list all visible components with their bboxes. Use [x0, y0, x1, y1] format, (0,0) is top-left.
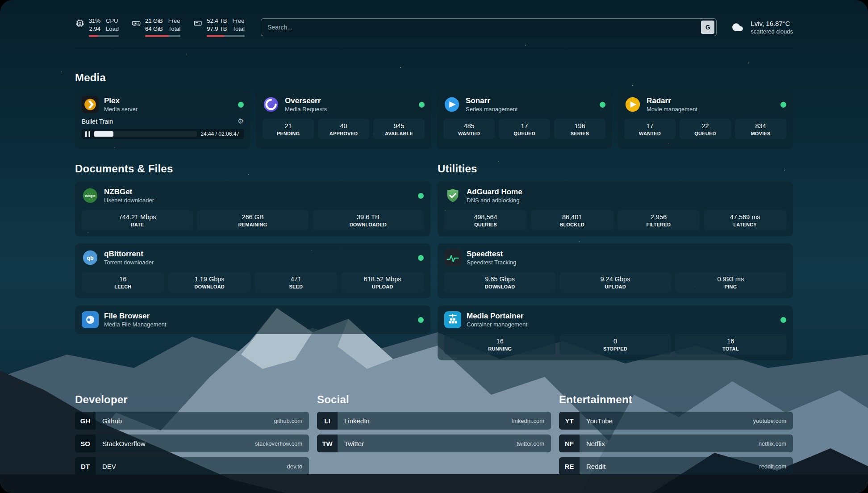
stat-tile: 16 LEECH [82, 272, 164, 292]
section-title-media: Media [75, 71, 793, 84]
radarr-icon [624, 96, 641, 113]
bookmark-abbr: TW [317, 435, 338, 452]
filebrowser-card[interactable]: File Browser Media File Management [75, 305, 430, 334]
bookmark-abbr: GH [75, 412, 96, 430]
bookmark-netflix[interactable]: NF Netflix netflix.com [559, 435, 793, 452]
cpu-usage-value: 31% [89, 17, 100, 25]
bookmark-twitter[interactable]: TW Twitter twitter.com [317, 435, 551, 452]
section-title-social: Social [317, 393, 551, 406]
bookmark-domain: stackoverflow.com [255, 440, 302, 447]
stat-tile: 0 STOPPED [559, 334, 671, 355]
stat-tile: 196 SERIES [554, 119, 605, 139]
dashboard-frame: 31% 2.94 CPU Load [0, 0, 868, 493]
memory-free-value: 21 GiB [145, 17, 163, 25]
status-indicator [418, 317, 424, 323]
portainer-icon [444, 311, 461, 328]
section-title-entertainment: Entertainment [559, 393, 793, 406]
status-indicator [238, 102, 244, 108]
app-name: Overseerr [285, 96, 327, 105]
playback-bar[interactable]: 24:44 / 02:06:47 [82, 129, 244, 139]
app-name: NZBGet [104, 188, 154, 196]
bookmark-dev[interactable]: DT DEV dev.to [75, 457, 309, 475]
stat-tile: 17 QUEUED [499, 119, 550, 139]
status-indicator [780, 317, 786, 323]
bookmark-name: DEV [102, 463, 116, 470]
search-engine-button[interactable]: G [701, 21, 714, 34]
stat-tile: 17 WANTED [624, 119, 676, 139]
status-indicator [780, 102, 786, 108]
stat-tile: 485 WANTED [443, 119, 495, 139]
memory-icon [131, 18, 141, 28]
status-indicator [418, 255, 424, 261]
sonarr-card[interactable]: Sonarr Series management 485 WANTED 17 Q… [437, 90, 612, 149]
overseerr-card[interactable]: Overseerr Media Requests 21 PENDING 40 A… [256, 90, 431, 149]
radarr-card[interactable]: Radarr Movie management 17 WANTED 22 QUE… [618, 90, 793, 149]
bookmark-abbr: RE [559, 457, 580, 475]
search-input[interactable] [261, 18, 717, 36]
bookmark-stackoverflow[interactable]: SO StackOverflow stackoverflow.com [75, 435, 309, 452]
memory-total-label: Total [168, 25, 180, 33]
nzbget-card[interactable]: nzbget NZBGet Usenet downloader 744.21 M… [75, 181, 430, 236]
bookmark-name: Github [102, 417, 122, 425]
stat-tile: 40 APPROVED [318, 119, 369, 139]
bookmark-abbr: LI [317, 412, 338, 430]
disk-progress-fill [207, 35, 225, 37]
bookmark-youtube[interactable]: YT YouTube youtube.com [559, 412, 793, 430]
app-subtitle: Container management [467, 321, 527, 328]
bookmark-domain: linkedin.com [512, 418, 544, 424]
pause-icon[interactable] [85, 131, 90, 137]
disk-total-value: 97.9 TB [207, 25, 227, 33]
playback-progress-track[interactable] [94, 131, 197, 137]
bookmark-group-social: Social LI LinkedIn linkedin.com TW Twitt… [317, 393, 551, 452]
topbar: 31% 2.94 CPU Load [75, 17, 793, 37]
disk-free-label: Free [232, 17, 244, 25]
cpu-load-value: 2.94 [89, 25, 100, 33]
bookmark-abbr: SO [75, 435, 96, 452]
app-subtitle: Movie management [647, 106, 697, 113]
cpu-load-label: Load [106, 25, 119, 33]
documents-section: Documents & Files nzbget NZBGet Usenet d… [75, 163, 430, 360]
app-subtitle: Media server [104, 106, 138, 113]
bookmark-abbr: DT [75, 457, 96, 475]
bookmark-linkedin[interactable]: LI LinkedIn linkedin.com [317, 412, 551, 430]
nzbget-icon: nzbget [82, 187, 99, 204]
memory-progress-bar [145, 35, 180, 37]
status-indicator [600, 102, 605, 108]
stat-tile: 21 PENDING [263, 119, 314, 139]
cloud-icon [730, 21, 745, 33]
app-name: File Browser [104, 312, 166, 321]
adguard-icon [444, 187, 461, 204]
bookmark-reddit[interactable]: RE Reddit reddit.com [559, 457, 793, 475]
app-subtitle: Media Requests [285, 106, 327, 113]
cpu-progress-bar [89, 35, 119, 37]
stat-tile: 16 RUNNING [444, 334, 555, 355]
stat-tile: 16 TOTAL [675, 334, 786, 355]
bookmark-domain: github.com [274, 418, 302, 424]
status-indicator [418, 193, 424, 199]
app-name: qBittorrent [104, 250, 154, 259]
disk-widget: 52.4 TB 97.9 TB Free Total [193, 17, 245, 37]
search-bar: G [261, 18, 717, 36]
status-indicator [419, 102, 425, 108]
portainer-card[interactable]: Media Portainer Container management 16 … [438, 305, 793, 360]
bookmark-name: Twitter [344, 440, 364, 447]
stat-tile: 618.52 Mbps UPLOAD [341, 272, 424, 292]
stat-tile: 834 MOVIES [735, 119, 786, 139]
playback-progress-fill [94, 131, 113, 137]
section-title-documents: Documents & Files [75, 163, 430, 175]
gear-icon[interactable]: ⚙ [238, 118, 244, 125]
speedtest-card[interactable]: Speedtest Speedtest Tracking 9.65 Gbps D… [438, 243, 793, 298]
app-subtitle: Speedtest Tracking [467, 259, 516, 266]
qbittorrent-card[interactable]: qb qBittorrent Torrent downloader 16 [75, 243, 430, 298]
plex-icon [82, 96, 99, 113]
stat-tile: 945 AVAILABLE [373, 119, 425, 139]
app-subtitle: Usenet downloader [104, 197, 154, 204]
bookmark-abbr: NF [559, 435, 580, 452]
bookmark-name: StackOverflow [102, 440, 146, 447]
app-name: Media Portainer [467, 312, 527, 321]
now-playing-title: Bullet Train [82, 118, 113, 125]
bookmark-github[interactable]: GH Github github.com [75, 412, 309, 430]
adguard-card[interactable]: AdGuard Home DNS and adblocking 498,564 … [438, 181, 793, 236]
stat-tile: 0.993 ms PING [675, 272, 786, 292]
plex-card[interactable]: Plex Media server Bullet Train ⚙ [75, 90, 250, 149]
